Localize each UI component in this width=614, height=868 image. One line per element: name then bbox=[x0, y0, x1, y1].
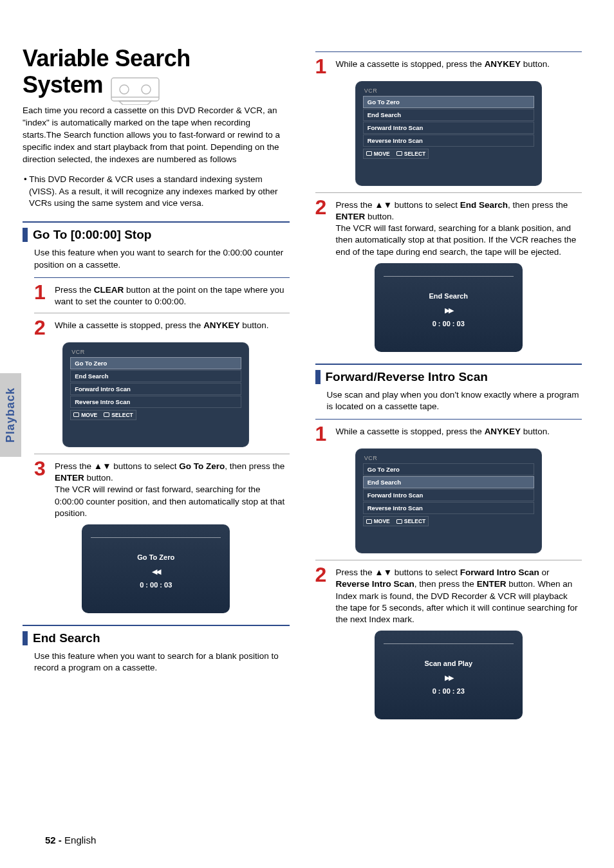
step-number: 1 bbox=[315, 425, 330, 443]
osd-menu-item: Go To Zero bbox=[363, 463, 534, 476]
osd-menu-item: Forward Intro Scan bbox=[363, 489, 534, 501]
step-goto-2: 2 While a cassette is stopped, press the… bbox=[34, 319, 290, 337]
step-divider bbox=[34, 454, 290, 454]
section-head-endsearch: End Search bbox=[23, 631, 290, 645]
osd-menu-label: VCR bbox=[364, 455, 534, 461]
section-title-introscan: Forward/Reverse Intro Scan bbox=[326, 370, 488, 384]
forward-icon: ▶▶ bbox=[384, 306, 514, 315]
section-head-goto: Go To [0:00:00] Stop bbox=[23, 228, 290, 242]
section-divider bbox=[23, 221, 290, 223]
step-divider bbox=[315, 560, 582, 560]
osd-menu-item: End Search bbox=[363, 109, 534, 121]
section-bar-icon bbox=[23, 631, 28, 645]
osd-status-title: Scan and Play bbox=[384, 660, 514, 667]
step-number: 1 bbox=[315, 57, 330, 76]
step-number: 2 bbox=[315, 198, 330, 258]
step-goto-1: 1 Press the CLEAR button at the point on… bbox=[34, 283, 290, 308]
page-footer: 52 - English bbox=[45, 835, 96, 845]
section-title-goto: Go To [0:00:00] Stop bbox=[33, 228, 151, 242]
osd-menu-controls: MOVE SELECT bbox=[363, 149, 429, 159]
step-divider bbox=[34, 313, 290, 313]
step-body: Press the ▲▼ buttons to select Go To Zer… bbox=[55, 459, 290, 519]
step-divider bbox=[315, 51, 582, 52]
step-goto-3: 3 Press the ▲▼ buttons to select Go To Z… bbox=[34, 459, 290, 519]
osd-menu-item: Go To Zero bbox=[363, 96, 534, 108]
step-body: While a cassette is stopped, press the A… bbox=[55, 319, 290, 337]
forward-icon: ▶▶ bbox=[384, 674, 514, 682]
step-divider bbox=[315, 419, 582, 420]
section-bar-icon bbox=[23, 228, 28, 242]
osd-status-title: Go To Zero bbox=[91, 553, 221, 561]
osd-menu-label: VCR bbox=[364, 88, 534, 94]
step-divider bbox=[34, 277, 290, 278]
osd-status-time: 0 : 00 : 03 bbox=[384, 320, 514, 328]
section-divider bbox=[23, 625, 290, 626]
page-language: English bbox=[64, 835, 96, 845]
step-number: 2 bbox=[315, 566, 330, 625]
intro-paragraph: Each time you record a cassette on this … bbox=[23, 105, 290, 165]
osd-status-end: End Search ▶▶ 0 : 00 : 03 bbox=[375, 263, 523, 352]
osd-menu-controls: MOVE SELECT bbox=[363, 516, 429, 526]
section-desc-goto: Use this feature when you want to search… bbox=[34, 247, 290, 270]
step-body: Press the CLEAR button at the point on t… bbox=[55, 283, 290, 308]
osd-menu-label: VCR bbox=[71, 349, 241, 355]
svg-point-1 bbox=[120, 85, 129, 94]
cassette-icon bbox=[106, 75, 164, 105]
step-number: 3 bbox=[34, 459, 48, 519]
section-desc-endsearch: Use this feature when you want to search… bbox=[34, 651, 290, 674]
step-body: Press the ▲▼ buttons to select Forward I… bbox=[336, 566, 582, 625]
osd-menu-controls: MOVE SELECT bbox=[70, 410, 136, 420]
osd-menu-scan: VCR Go To Zero End Search Forward Intro … bbox=[355, 448, 542, 553]
step-end-2: 2 Press the ▲▼ buttons to select End Sea… bbox=[315, 198, 582, 258]
step-body: While a cassette is stopped, press the A… bbox=[336, 57, 582, 76]
osd-status-scan: Scan and Play ▶▶ 0 : 00 : 23 bbox=[375, 631, 523, 719]
step-number: 1 bbox=[34, 283, 48, 308]
osd-menu-item: Forward Intro Scan bbox=[70, 383, 241, 395]
main-title-line2: System bbox=[23, 71, 103, 98]
section-title-endsearch: End Search bbox=[33, 631, 100, 645]
osd-menu-end: VCR Go To Zero End Search Forward Intro … bbox=[355, 81, 542, 186]
osd-menu-item: Go To Zero bbox=[70, 357, 241, 369]
osd-status-time: 0 : 00 : 03 bbox=[91, 581, 221, 589]
section-bar-icon bbox=[315, 370, 321, 384]
section-head-introscan: Forward/Reverse Intro Scan bbox=[315, 370, 582, 384]
osd-menu-item: Reverse Intro Scan bbox=[70, 396, 241, 408]
main-title-line1: Variable Search bbox=[23, 45, 191, 71]
osd-status-time: 0 : 00 : 23 bbox=[384, 687, 514, 695]
osd-status-goto: Go To Zero ◀◀ 0 : 00 : 03 bbox=[82, 524, 230, 613]
osd-status-title: End Search bbox=[384, 292, 514, 300]
page-number: 52 - bbox=[45, 835, 62, 845]
rewind-icon: ◀◀ bbox=[91, 568, 221, 576]
osd-menu-goto: VCR Go To Zero End Search Forward Intro … bbox=[62, 342, 249, 447]
osd-menu-item: End Search bbox=[363, 476, 534, 488]
osd-menu-item: Reverse Intro Scan bbox=[363, 134, 534, 147]
step-end-1: 1 While a cassette is stopped, press the… bbox=[315, 57, 582, 76]
intro-bullet: • This DVD Recorder & VCR uses a standar… bbox=[29, 174, 290, 210]
section-divider bbox=[315, 364, 582, 365]
step-scan-2: 2 Press the ▲▼ buttons to select Forward… bbox=[315, 566, 582, 625]
step-divider bbox=[315, 192, 582, 193]
step-number: 2 bbox=[34, 319, 48, 337]
section-desc-introscan: Use scan and play when you don't know ex… bbox=[327, 389, 582, 412]
osd-menu-item: Reverse Intro Scan bbox=[363, 502, 534, 514]
step-body: While a cassette is stopped, press the A… bbox=[336, 425, 582, 443]
osd-menu-item: End Search bbox=[70, 370, 241, 382]
step-scan-1: 1 While a cassette is stopped, press the… bbox=[315, 425, 582, 443]
side-tab-playback: Playback bbox=[0, 373, 21, 457]
main-title: Variable Search System bbox=[23, 45, 290, 105]
svg-point-2 bbox=[142, 85, 151, 94]
step-body: Press the ▲▼ buttons to select End Searc… bbox=[336, 198, 582, 258]
osd-menu-item: Forward Intro Scan bbox=[363, 122, 534, 134]
